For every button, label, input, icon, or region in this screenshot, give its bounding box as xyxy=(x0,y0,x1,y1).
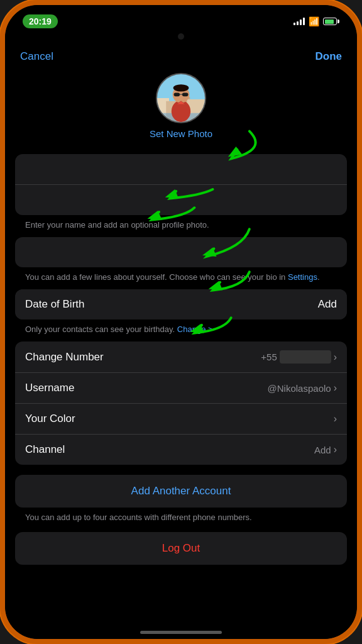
done-button[interactable]: Done xyxy=(315,50,343,63)
name-card: Nikolas Paolo xyxy=(15,154,347,215)
dob-add-button[interactable]: Add xyxy=(318,298,337,311)
your-color-right: › xyxy=(334,413,337,425)
dob-card: Date of Birth Add xyxy=(15,289,347,319)
name-section: Nikolas Paolo Enter your name and add an… xyxy=(15,154,347,232)
first-name-field[interactable]: Nikolas xyxy=(15,154,347,185)
cancel-button[interactable]: Cancel xyxy=(20,50,53,63)
home-indicator xyxy=(5,626,357,639)
notch-area xyxy=(5,28,357,45)
username-row[interactable]: Username @Nikolaspaolo › xyxy=(15,373,347,404)
dob-row[interactable]: Date of Birth Add xyxy=(15,289,347,319)
name-hint: Enter your name and add an optional prof… xyxy=(15,215,347,232)
home-bar xyxy=(140,631,222,634)
bio-card: https://bitcoinp2p.com.br xyxy=(15,237,347,267)
last-name-input[interactable]: Paolo xyxy=(25,194,337,206)
masked-phone xyxy=(280,350,331,364)
your-color-row[interactable]: Your Color › xyxy=(15,404,347,435)
your-color-label: Your Color xyxy=(25,413,75,425)
phone-frame: 20:19 📶 xyxy=(0,0,362,644)
screen: 20:19 📶 xyxy=(5,5,357,639)
channel-label: Channel xyxy=(25,443,65,456)
change-number-row[interactable]: Change Number +55 › xyxy=(15,341,347,373)
chevron-icon: › xyxy=(334,352,337,363)
settings-link[interactable]: Settings xyxy=(288,272,317,282)
notch xyxy=(143,28,219,45)
change-number-right: +55 › xyxy=(261,350,337,364)
signal-icon xyxy=(293,18,305,25)
last-name-field[interactable]: Paolo xyxy=(15,185,347,215)
dob-change-link[interactable]: Change > xyxy=(177,325,213,334)
bio-hint: You can add a few lines about yourself. … xyxy=(15,267,347,284)
channel-right: Add › xyxy=(314,444,337,455)
username-right: @Nikolaspaolo › xyxy=(268,382,337,394)
battery-icon xyxy=(323,18,339,25)
dob-hint-text: Only your contacts can see your birthday… xyxy=(25,325,177,334)
content-area: Cancel Done xyxy=(5,45,357,626)
status-time: 20:19 xyxy=(23,14,58,28)
profile-section: Set New Photo xyxy=(5,68,357,149)
bio-section: https://bitcoinp2p.com.br You can add a … xyxy=(15,237,347,284)
avatar[interactable] xyxy=(156,73,206,123)
add-account-button[interactable]: Add Another Account xyxy=(15,475,347,508)
change-number-label: Change Number xyxy=(25,351,104,364)
channel-add-text: Add xyxy=(314,445,331,455)
change-number-value: +55 xyxy=(261,350,331,364)
channel-chevron-icon: › xyxy=(334,444,337,455)
settings-card: Change Number +55 › Username @Nikolaspao… xyxy=(15,341,347,465)
first-name-input[interactable]: Nikolas xyxy=(25,163,337,175)
svg-rect-9 xyxy=(182,92,189,96)
dob-section: Date of Birth Add Only your contacts can… xyxy=(15,289,347,336)
channel-row[interactable]: Channel Add › xyxy=(15,435,347,465)
bio-input[interactable]: https://bitcoinp2p.com.br xyxy=(25,246,337,258)
svg-point-11 xyxy=(173,84,189,91)
username-label: Username xyxy=(25,382,74,394)
your-color-chevron-icon: › xyxy=(334,413,337,425)
dob-hint: Only your contacts can see your birthday… xyxy=(15,319,347,336)
svg-rect-8 xyxy=(174,92,180,96)
bio-field[interactable]: https://bitcoinp2p.com.br xyxy=(15,237,347,267)
logout-button[interactable]: Log Out xyxy=(15,532,347,565)
bio-hint-suffix: . xyxy=(317,272,320,282)
add-account-section: Add Another Account You can add up to fo… xyxy=(15,475,347,527)
add-account-hint: You can add up to four accounts with dif… xyxy=(15,508,347,527)
set-photo-button[interactable]: Set New Photo xyxy=(150,128,212,139)
wifi-icon: 📶 xyxy=(309,16,319,26)
status-icons: 📶 xyxy=(293,16,339,26)
bio-hint-text: You can add a few lines about yourself. … xyxy=(25,272,288,282)
avatar-image xyxy=(157,74,205,122)
nav-bar: Cancel Done xyxy=(5,45,357,68)
username-chevron-icon: › xyxy=(334,382,337,394)
notch-dot xyxy=(178,33,184,40)
logout-section: Log Out xyxy=(15,532,347,565)
username-value: @Nikolaspaolo xyxy=(268,383,331,394)
dob-label: Date of Birth xyxy=(25,298,85,311)
